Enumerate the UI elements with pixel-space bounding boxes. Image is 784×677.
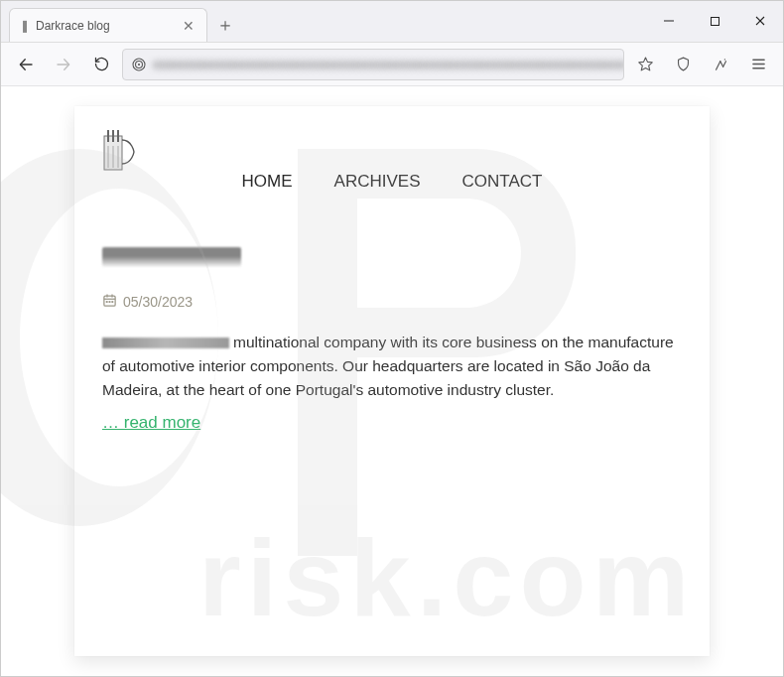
- svg-rect-29: [109, 301, 111, 303]
- nav-archives[interactable]: ARCHIVES: [334, 172, 421, 192]
- post-body: multinational company with its core busi…: [102, 331, 682, 436]
- svg-point-13: [723, 59, 724, 60]
- calendar-icon: [102, 293, 117, 311]
- post-date: 05/30/2023: [123, 294, 193, 310]
- forward-button[interactable]: [47, 49, 80, 80]
- svg-line-12: [722, 62, 725, 68]
- back-button[interactable]: [9, 49, 43, 80]
- site-nav: HOME ARCHIVES CONTACT: [102, 172, 682, 192]
- new-tab-button[interactable]: ＋: [211, 11, 239, 39]
- post-body-redacted-fragment: [102, 338, 229, 348]
- post-title-redacted: [102, 247, 241, 267]
- window-close-button[interactable]: [737, 0, 783, 42]
- onion-site-icon: [131, 57, 147, 72]
- nav-home[interactable]: HOME: [242, 172, 293, 192]
- svg-rect-28: [106, 301, 108, 303]
- svg-line-10: [716, 62, 719, 69]
- app-menu-button[interactable]: [741, 49, 775, 80]
- browser-window: ❚ Darkrace blog ✕ ＋: [0, 0, 784, 677]
- window-maximize-button[interactable]: [692, 0, 737, 42]
- url-hidden-part: xxxxxxxxxxxxxxxxxxxxxxxxxxxxxxxxxxxxxxxx…: [153, 57, 624, 71]
- active-tab[interactable]: ❚ Darkrace blog ✕: [9, 8, 207, 42]
- window-minimize-button[interactable]: [646, 0, 692, 42]
- reload-button[interactable]: [84, 49, 118, 80]
- shield-button[interactable]: [666, 49, 700, 80]
- titlebar: ❚ Darkrace blog ✕ ＋: [1, 1, 783, 43]
- svg-point-8: [138, 63, 140, 65]
- nav-toolbar: xxxxxxxxxxxxxxxxxxxxxxxxxxxxxxxxxxxxxxxx…: [1, 43, 783, 86]
- window-controls: [646, 0, 783, 42]
- svg-marker-9: [638, 58, 651, 70]
- tab-close-button[interactable]: ✕: [181, 18, 196, 34]
- extensions-button[interactable]: [704, 49, 737, 80]
- favicon-icon: ❚: [20, 19, 30, 33]
- tab-title: Darkrace blog: [36, 19, 181, 33]
- svg-rect-30: [111, 301, 113, 303]
- nav-contact[interactable]: CONTACT: [462, 172, 543, 192]
- svg-rect-1: [711, 17, 719, 25]
- svg-line-11: [719, 62, 722, 68]
- post-meta: 05/30/2023: [102, 293, 682, 311]
- address-bar[interactable]: xxxxxxxxxxxxxxxxxxxxxxxxxxxxxxxxxxxxxxxx…: [122, 49, 624, 80]
- read-more-link[interactable]: … read more: [102, 413, 200, 432]
- site-logo-icon: [102, 130, 136, 174]
- page-viewport: HOME ARCHIVES CONTACT 05/30/2023 multina…: [1, 86, 783, 676]
- content-card: HOME ARCHIVES CONTACT 05/30/2023 multina…: [74, 106, 710, 656]
- bookmark-button[interactable]: [628, 49, 662, 80]
